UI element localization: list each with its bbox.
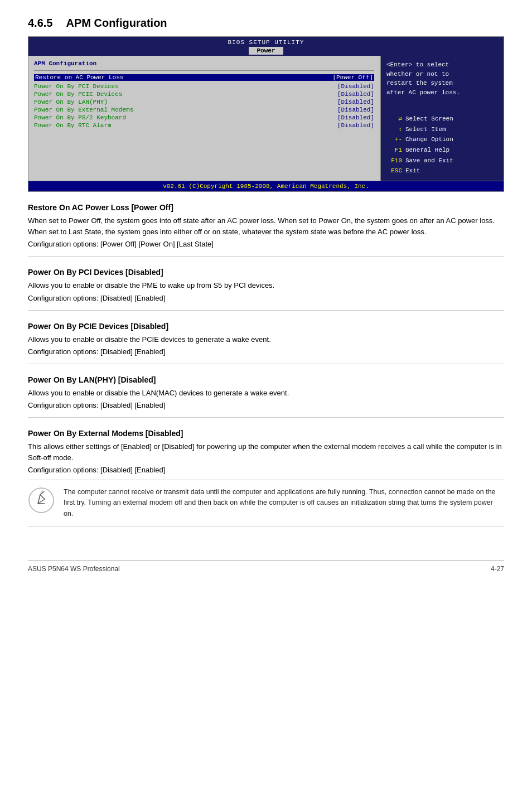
bios-tab-row: Power bbox=[28, 47, 504, 56]
section-restore-ac: Restore On AC Power Loss [Power Off] Whe… bbox=[28, 203, 504, 248]
bios-active-tab[interactable]: Power bbox=[249, 47, 283, 55]
key-row-2: +- Change Option bbox=[386, 134, 498, 145]
bios-body: APM Configuration Restore on AC Power Lo… bbox=[28, 56, 504, 181]
section-pcie: Power On By PCIE Devices [Disabled] Allo… bbox=[28, 322, 504, 356]
divider-4 bbox=[28, 417, 504, 418]
section-number-title: 4.6.5 APM Configuration bbox=[28, 17, 504, 30]
key-row-4: F10 Save and Exit bbox=[386, 156, 498, 166]
key-row-3: F1 General Help bbox=[386, 145, 498, 156]
footer-right: 4-27 bbox=[491, 565, 504, 573]
section-body-4: This allows either settings of [Enabled]… bbox=[28, 441, 504, 463]
bios-menu-item-6[interactable]: Power On By RTC Alarm [Disabled] bbox=[34, 122, 374, 129]
bios-right-panel: <Enter> to selectwhether or not torestar… bbox=[381, 56, 504, 181]
bios-menu-item-2[interactable]: Power On By PCIE Devices [Disabled] bbox=[34, 91, 374, 98]
pencil-icon bbox=[28, 487, 55, 514]
bios-left-title: APM Configuration bbox=[34, 60, 374, 67]
divider-1 bbox=[28, 256, 504, 257]
section-body-3: Allows you to enable or disable the LAN(… bbox=[28, 388, 504, 399]
section-title: APM Configuration bbox=[66, 17, 167, 30]
bios-menu-item-1[interactable]: Power On By PCI Devices [Disabled] bbox=[34, 83, 374, 90]
note-text: The computer cannot receive or transmit … bbox=[64, 487, 504, 519]
note-icon bbox=[28, 487, 55, 514]
section-heading-1: Power On By PCI Devices [Disabled] bbox=[28, 268, 504, 277]
section-body-2: Allows you to enable or disable the PCIE… bbox=[28, 334, 504, 345]
section-heading-0: Restore On AC Power Loss [Power Off] bbox=[28, 203, 504, 212]
section-body-0: When set to Power Off, the system goes i… bbox=[28, 215, 504, 238]
note-box: The computer cannot receive or transmit … bbox=[28, 480, 504, 526]
divider-2 bbox=[28, 310, 504, 311]
key-row-1: ↕ Select Item bbox=[386, 124, 498, 135]
section-lan: Power On By LAN(PHY) [Disabled] Allows y… bbox=[28, 375, 504, 409]
key-row-0: ⇄ Select Screen bbox=[386, 114, 498, 124]
section-number: 4.6.5 bbox=[28, 17, 52, 30]
page-footer: ASUS P5N64 WS Professional 4-27 bbox=[28, 560, 504, 573]
section-pci: Power On By PCI Devices [Disabled] Allow… bbox=[28, 268, 504, 302]
bios-footer: v02.61 (C)Copyright 1985-2008, American … bbox=[28, 181, 504, 191]
bios-left-panel: APM Configuration Restore on AC Power Lo… bbox=[28, 56, 381, 181]
svg-point-3 bbox=[42, 491, 44, 493]
section-heading-2: Power On By PCIE Devices [Disabled] bbox=[28, 322, 504, 331]
bios-menu-item-0[interactable]: Restore on AC Power Loss [Power Off] bbox=[34, 74, 374, 81]
divider-3 bbox=[28, 364, 504, 364]
bios-box: BIOS SETUP UTILITY Power APM Configurati… bbox=[28, 36, 504, 192]
bios-header: BIOS SETUP UTILITY bbox=[28, 37, 504, 47]
bios-menu-item-4[interactable]: Power On By External Modems [Disabled] bbox=[34, 107, 374, 113]
bios-menu-item-5[interactable]: Power On By PS/2 Keyboard [Disabled] bbox=[34, 114, 374, 121]
section-options-3: Configuration options: [Disabled] [Enabl… bbox=[28, 401, 504, 409]
bios-menu-item-3[interactable]: Power On By LAN(PHY) [Disabled] bbox=[34, 99, 374, 105]
section-modems: Power On By External Modems [Disabled] T… bbox=[28, 429, 504, 474]
section-options-0: Configuration options: [Power Off] [Powe… bbox=[28, 240, 504, 248]
section-heading-4: Power On By External Modems [Disabled] bbox=[28, 429, 504, 438]
svg-point-0 bbox=[29, 488, 54, 513]
section-heading-3: Power On By LAN(PHY) [Disabled] bbox=[28, 375, 504, 384]
bios-help-text: <Enter> to selectwhether or not torestar… bbox=[386, 60, 498, 97]
section-options-1: Configuration options: [Disabled] [Enabl… bbox=[28, 294, 504, 302]
bios-title: BIOS SETUP UTILITY bbox=[28, 39, 504, 46]
key-row-5: ESC Exit bbox=[386, 166, 498, 176]
section-options-2: Configuration options: [Disabled] [Enabl… bbox=[28, 347, 504, 356]
section-options-4: Configuration options: [Disabled] [Enabl… bbox=[28, 466, 504, 474]
footer-left: ASUS P5N64 WS Professional bbox=[28, 565, 120, 573]
section-body-1: Allows you to enable or disable the PME … bbox=[28, 280, 504, 291]
bios-key-list: ⇄ Select Screen ↕ Select Item +- Change … bbox=[386, 114, 498, 176]
